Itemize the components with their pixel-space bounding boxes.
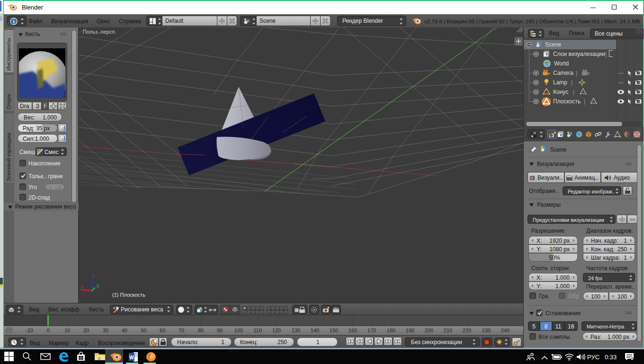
- svg-text:y: y: [97, 282, 99, 288]
- svg-text:x: x: [81, 284, 84, 290]
- svg-text:W: W: [129, 355, 134, 360]
- svg-text:i: i: [13, 18, 14, 24]
- svg-text:Польз.-персп.: Польз.-персп.: [83, 29, 116, 35]
- svg-text:(1) Плоскость: (1) Плоскость: [112, 292, 145, 298]
- svg-text:z: z: [92, 273, 95, 279]
